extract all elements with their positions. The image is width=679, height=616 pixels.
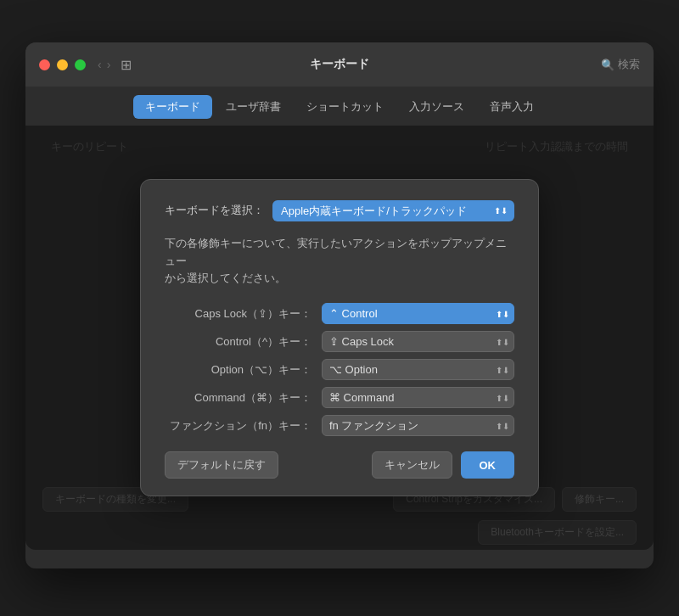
keyboard-select-label: キーボードを選択： [165,203,264,218]
tab-shortcut[interactable]: ショートカット [295,95,396,119]
keyboard-select-wrapper: Apple内蔵キーボード/トラックパッド ⬆⬇ [272,200,514,221]
modifier-rows: Caps Lock（⇪）キー： ⌃ Control ⬆⬇ Control（^）キ… [165,303,514,436]
keyboard-select-row: キーボードを選択： Apple内蔵キーボード/トラックパッド ⬆⬇ [165,200,514,221]
close-button[interactable] [39,59,50,70]
modifier-row-command: Command（⌘）キー： ⌘ Command ⬆⬇ [165,387,514,408]
fn-dropdown-wrapper: fn ファンクション ⬆⬇ [322,415,514,436]
back-arrow[interactable]: ‹ [98,58,102,71]
option-label: Option（⌥）キー： [165,362,322,378]
tabs-bar: キーボード ユーザ辞書 ショートカット 入力ソース 音声入力 [25,87,654,126]
titlebar: ‹ › ⊞ キーボード 🔍 検索 [25,42,654,87]
dialog-buttons: デフォルトに戻す キャンセル OK [165,451,514,479]
modifier-keys-dialog: キーボードを選択： Apple内蔵キーボード/トラックパッド ⬆⬇ 下の各修飾キ… [140,179,539,496]
dialog-right-buttons: キャンセル OK [372,451,515,479]
modifier-row-fn: ファンクション（fn）キー： fn ファンクション ⬆⬇ [165,415,514,436]
tab-voice-input[interactable]: 音声入力 [478,95,546,119]
minimize-button[interactable] [57,59,68,70]
tab-user-dict[interactable]: ユーザ辞書 [214,95,293,119]
command-dropdown-wrapper: ⌘ Command ⬆⬇ [322,387,514,408]
nav-arrows: ‹ › [98,58,110,71]
maximize-button[interactable] [75,59,86,70]
grid-icon[interactable]: ⊞ [121,57,132,73]
fn-label: ファンクション（fn）キー： [165,418,322,434]
main-window: ‹ › ⊞ キーボード 🔍 検索 キーボード ユーザ辞書 ショートカット 入力ソ… [25,42,654,568]
control-dropdown-wrapper: ⇪ Caps Lock ⬆⬇ [322,331,514,352]
modifier-row-option: Option（⌥）キー： ⌥ Option ⬆⬇ [165,359,514,380]
traffic-lights [39,59,86,70]
command-select[interactable]: ⌘ Command [322,387,514,408]
search-icon: 🔍 [601,59,614,71]
window-title: キーボード [310,57,369,72]
default-button[interactable]: デフォルトに戻す [165,451,278,479]
tab-keyboard[interactable]: キーボード [133,95,212,119]
caps-lock-select[interactable]: ⌃ Control [322,303,514,324]
option-dropdown-wrapper: ⌥ Option ⬆⬇ [322,359,514,380]
search-label: 検索 [618,57,640,72]
tab-input-source[interactable]: 入力ソース [397,95,476,119]
content-area: キーのリピート リピート入力認識までの時間 キーボードを選択： Apple内蔵キ… [25,126,654,550]
forward-arrow[interactable]: › [107,58,111,71]
cancel-button[interactable]: キャンセル [372,451,452,479]
caps-lock-label: Caps Lock（⇪）キー： [165,306,322,322]
dialog-overlay: キーボードを選択： Apple内蔵キーボード/トラックパッド ⬆⬇ 下の各修飾キ… [25,126,654,550]
modifier-row-control: Control（^）キー： ⇪ Caps Lock ⬆⬇ [165,331,514,352]
option-select[interactable]: ⌥ Option [322,359,514,380]
control-label: Control（^）キー： [165,334,322,350]
ok-button[interactable]: OK [461,451,515,479]
fn-select[interactable]: fn ファンクション [322,415,514,436]
control-select[interactable]: ⇪ Caps Lock [322,331,514,352]
search-area[interactable]: 🔍 検索 [601,57,640,72]
dialog-description: 下の各修飾キーについて、実行したいアクションをポップアップメニューから選択してく… [165,235,514,288]
keyboard-select-dropdown[interactable]: Apple内蔵キーボード/トラックパッド [272,200,514,221]
modifier-row-caps-lock: Caps Lock（⇪）キー： ⌃ Control ⬆⬇ [165,303,514,324]
command-label: Command（⌘）キー： [165,390,322,406]
caps-lock-dropdown-wrapper: ⌃ Control ⬆⬇ [322,303,514,324]
